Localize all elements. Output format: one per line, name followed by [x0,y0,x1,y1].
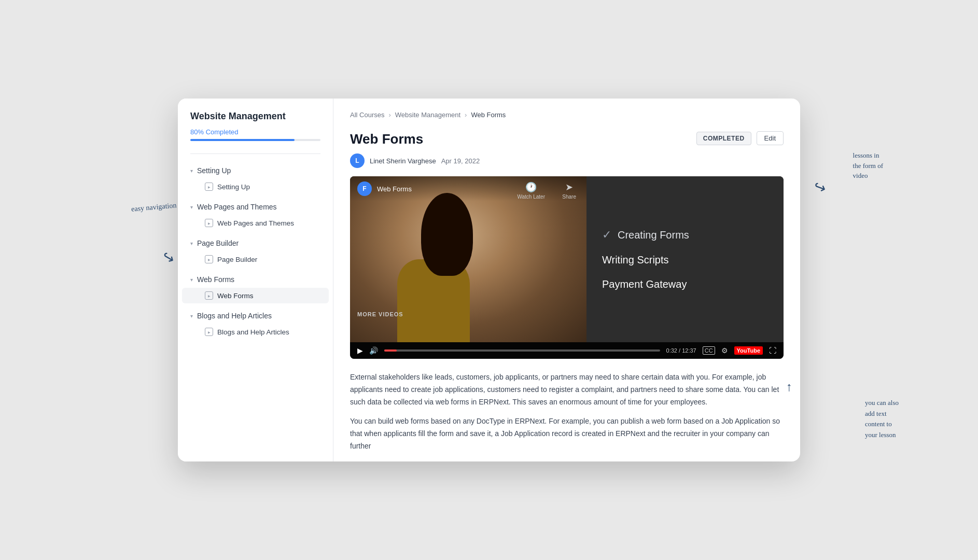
annotation-arrow-left: ↪ [159,247,177,268]
video-container: F Web Forms MORE VIDEOS 🕐 Watch Later ➤ … [350,176,784,359]
sidebar-section-header-page-builder[interactable]: ▾ Page Builder [178,235,333,251]
video-list-label-2: Payment Gateway [602,278,687,290]
chevron-icon-blogs: ▾ [190,313,193,319]
sidebar-section-label-setting-up: Setting Up [197,166,231,175]
more-videos-overlay[interactable]: MORE VIDEOS [357,311,403,317]
video-icon-blogs [205,328,213,336]
cc-button[interactable]: CC [703,346,715,355]
chevron-icon-web-forms: ▾ [190,277,193,283]
breadcrumb-sep-2: › [465,111,467,119]
video-list-item-0: ✓ Creating Forms [602,228,689,242]
annotation-left: easy navigation [131,200,177,214]
watch-later-area[interactable]: 🕐 Watch Later [517,181,545,200]
description-p1: External stakeholders like leads, custom… [350,371,784,408]
video-icon-web-pages [205,219,213,227]
avatar: L [350,153,365,168]
settings-button[interactable]: ⚙ [721,346,728,355]
video-list-item-2: Payment Gateway [602,278,687,290]
annotation-right-top: lessons in the form of video [853,150,883,181]
sidebar: Website Management 80% Completed ▾ Setti… [178,99,333,461]
video-title-bar: Web Forms [377,185,412,193]
progress-bar-fill [190,139,295,141]
progress-label: 80% Completed [190,128,320,136]
frappe-logo: F [357,181,372,196]
chevron-icon-page-builder: ▾ [190,241,193,246]
page-title: Web Forms [350,131,423,147]
sidebar-divider [190,153,320,154]
breadcrumb: All Courses › Website Management › Web F… [350,111,784,119]
youtube-logo: YouTube [734,346,763,355]
sidebar-section-label-web-forms: Web Forms [197,275,234,284]
breadcrumb-website-management[interactable]: Website Management [395,111,460,119]
sidebar-section-header-blogs[interactable]: ▾ Blogs and Help Articles [178,307,333,324]
completed-badge: COMPLETED [696,132,751,145]
video-list-label-0: Creating Forms [618,229,689,241]
sidebar-title: Website Management [178,111,333,128]
sidebar-item-web-pages[interactable]: Web Pages and Themes [182,215,329,231]
share-area[interactable]: ➤ Share [562,181,576,200]
sidebar-item-setting-up[interactable]: Setting Up [182,179,329,194]
sidebar-section-header-setting-up[interactable]: ▾ Setting Up [178,162,333,179]
video-list-label-1: Writing Scripts [602,254,669,266]
annotation-right-bottom: you can also add text content to your le… [865,398,899,441]
author-name: Linet Sherin Varghese [370,157,436,165]
post-date: Apr 19, 2022 [441,157,480,165]
video-controls: ▶ 🔊 0:32 / 12:37 CC ⚙ YouTube ⛶ [350,342,784,359]
sidebar-section-label-web-pages: Web Pages and Themes [197,203,277,211]
time-display: 0:32 / 12:37 [666,347,696,354]
sidebar-section-web-forms: ▾ Web Forms Web Forms [178,271,333,303]
sidebar-section-label-blogs: Blogs and Help Articles [197,312,272,320]
sidebar-section-label-page-builder: Page Builder [197,239,239,247]
author-row: L Linet Sherin Varghese Apr 19, 2022 [350,153,784,168]
breadcrumb-current: Web Forms [471,111,506,119]
annotation-arrow-right-top: ↩ [812,177,829,198]
sidebar-section-page-builder: ▾ Page Builder Page Builder [178,235,333,267]
video-icon-setting-up [205,183,213,191]
video-person [350,176,586,342]
fullscreen-button[interactable]: ⛶ [769,346,776,355]
video-right: ✓ Creating Forms Writing Scripts Payment… [586,176,784,342]
sidebar-item-blogs[interactable]: Blogs and Help Articles [182,324,329,340]
annotation-arrow-right-bottom: ↑ [786,380,792,394]
sidebar-section-web-pages: ▾ Web Pages and Themes Web Pages and The… [178,199,333,231]
chevron-icon-setting-up: ▾ [190,168,193,174]
sidebar-item-label-blogs: Blogs and Help Articles [217,328,289,336]
video-icon-web-forms [205,291,213,300]
play-button[interactable]: ▶ [357,346,363,355]
progress-section: 80% Completed [178,128,333,151]
content-header: Web Forms COMPLETED Edit [350,131,784,147]
share-icon: ➤ [565,181,573,193]
watch-later-label: Watch Later [517,194,545,200]
breadcrumb-all-courses[interactable]: All Courses [350,111,384,119]
checkmark-0: ✓ [602,228,611,242]
description-p2: You can build web forms based on any Doc… [350,415,784,452]
breadcrumb-sep-1: › [388,111,390,119]
sidebar-section-header-web-forms[interactable]: ▾ Web Forms [178,271,333,288]
header-actions: COMPLETED Edit [696,131,784,145]
progress-bar-bg [190,139,320,141]
article-text: External stakeholders like leads, custom… [350,371,784,453]
video-left[interactable]: F Web Forms MORE VIDEOS 🕐 Watch Later ➤ … [350,176,586,342]
person-hair [421,193,473,276]
main-content: All Courses › Website Management › Web F… [333,99,800,461]
sidebar-item-label-setting-up: Setting Up [217,183,250,191]
watch-later-icon: 🕐 [525,181,537,193]
sidebar-item-page-builder[interactable]: Page Builder [182,251,329,267]
video-progress-fill [384,349,397,352]
sidebar-section-setting-up: ▾ Setting Up Setting Up [178,162,333,194]
edit-button[interactable]: Edit [757,131,784,145]
chevron-icon-web-pages: ▾ [190,204,193,210]
sidebar-item-label-web-pages: Web Pages and Themes [217,219,294,227]
share-label: Share [562,194,576,200]
sidebar-section-blogs: ▾ Blogs and Help Articles Blogs and Help… [178,307,333,340]
sidebar-item-label-page-builder: Page Builder [217,256,257,263]
video-list-item-1: Writing Scripts [602,254,669,266]
video-icon-page-builder [205,255,213,263]
sidebar-item-web-forms[interactable]: Web Forms [182,288,329,303]
sidebar-item-label-web-forms: Web Forms [217,292,254,300]
video-progress-bar[interactable] [384,349,660,352]
sidebar-section-header-web-pages[interactable]: ▾ Web Pages and Themes [178,199,333,215]
video-inner: F Web Forms MORE VIDEOS 🕐 Watch Later ➤ … [350,176,784,342]
video-top-bar: F Web Forms [350,176,586,201]
volume-button[interactable]: 🔊 [369,346,378,355]
